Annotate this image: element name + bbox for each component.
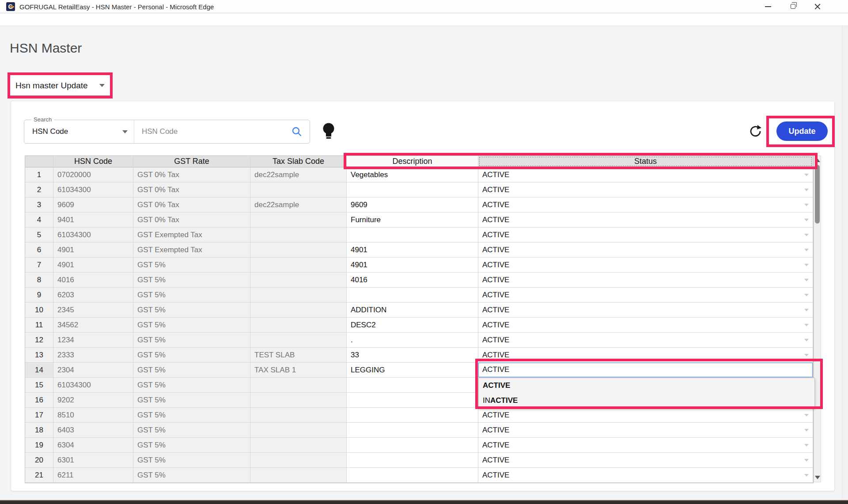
status-option-active[interactable]: ACTIVE <box>479 378 814 393</box>
cell-description[interactable] <box>347 393 478 408</box>
cell-description[interactable]: 4901 <box>347 243 478 258</box>
dropdown-arrow-icon[interactable] <box>804 444 809 447</box>
column-header-index <box>25 156 53 167</box>
cell-status[interactable]: ACTIVE <box>478 333 813 348</box>
cell-status[interactable]: ACTIVE <box>478 182 813 197</box>
cell-gst-rate: GST 5% <box>133 288 250 303</box>
cell-hsn-code: 9202 <box>53 393 133 408</box>
cell-description[interactable]: LEGGING <box>347 363 478 378</box>
cell-status[interactable]: ACTIVE <box>478 212 813 227</box>
hsn-mode-select[interactable]: Hsn master Update <box>10 75 110 96</box>
dropdown-arrow-icon[interactable] <box>804 264 809 266</box>
cell-description[interactable]: Vegetables <box>347 167 478 182</box>
dropdown-arrow-icon[interactable] <box>804 189 809 191</box>
cell-status[interactable]: ACTIVE <box>478 303 813 318</box>
cell-description[interactable] <box>347 378 478 393</box>
cell-tax-slab-code <box>250 258 347 273</box>
chevron-down-icon <box>99 84 105 87</box>
cell-description[interactable]: ADDITION <box>347 303 478 318</box>
update-button[interactable]: Update <box>776 121 828 141</box>
status-editor-input[interactable]: ACTIVE <box>478 363 813 378</box>
status-option-inactive[interactable]: INACTIVE <box>479 393 814 408</box>
cell-description[interactable]: 4901 <box>347 258 478 273</box>
dropdown-arrow-icon[interactable] <box>804 459 809 462</box>
cell-status[interactable]: ACTIVE <box>478 348 813 363</box>
cell-description[interactable] <box>347 468 478 483</box>
cell-description[interactable]: . <box>347 333 478 348</box>
cell-description[interactable] <box>347 288 478 303</box>
page-scrollbar[interactable] <box>842 26 848 500</box>
dropdown-arrow-icon[interactable] <box>804 219 809 221</box>
cell-description[interactable] <box>347 227 478 243</box>
hsn-table-grid: HSN CodeGST RateTax Slab CodeDescription… <box>25 155 814 483</box>
dropdown-arrow-icon[interactable] <box>804 474 809 477</box>
lightbulb-icon[interactable] <box>321 122 336 140</box>
row-number: 13 <box>25 348 53 363</box>
restore-icon <box>791 4 795 9</box>
cell-description[interactable]: DESC2 <box>347 318 478 333</box>
refresh-icon[interactable] <box>749 124 763 138</box>
cell-tax-slab-code <box>250 212 347 227</box>
scroll-up-icon[interactable] <box>815 159 820 162</box>
cell-description[interactable] <box>347 423 478 438</box>
cell-description[interactable]: Furniture <box>347 212 478 227</box>
cell-status[interactable]: ACTIVE <box>478 468 813 483</box>
cell-description[interactable]: 9609 <box>347 197 478 212</box>
dropdown-arrow-icon[interactable] <box>804 279 809 281</box>
cell-tax-slab-code <box>250 378 347 393</box>
close-button[interactable] <box>807 0 828 13</box>
cell-description[interactable]: 33 <box>347 348 478 363</box>
cell-status[interactable]: ACTIVE <box>478 318 813 333</box>
cell-description[interactable] <box>347 182 478 197</box>
cell-description[interactable] <box>347 408 478 423</box>
cell-status[interactable]: ACTIVE <box>478 363 813 378</box>
dropdown-arrow-icon[interactable] <box>804 294 809 296</box>
dropdown-arrow-icon[interactable] <box>804 324 809 326</box>
dropdown-arrow-icon[interactable] <box>804 174 809 176</box>
cell-description[interactable]: 4016 <box>347 273 478 288</box>
cell-status[interactable]: ACTIVE <box>478 197 813 212</box>
cell-status[interactable]: ACTIVE <box>478 243 813 258</box>
dropdown-arrow-icon[interactable] <box>804 204 809 206</box>
cell-description[interactable] <box>347 438 478 453</box>
cell-status[interactable]: ACTIVE <box>478 288 813 303</box>
search-field-select[interactable]: HSN Code <box>32 120 68 143</box>
scrollbar-thumb[interactable] <box>815 165 820 224</box>
cell-hsn-code: 61034300 <box>53 378 133 393</box>
dropdown-arrow-icon[interactable] <box>804 414 809 417</box>
cell-status[interactable]: ACTIVE <box>478 423 813 438</box>
dropdown-arrow-icon[interactable] <box>804 234 809 236</box>
cell-hsn-code: 1234 <box>53 333 133 348</box>
search-input[interactable]: HSN Code <box>142 120 178 143</box>
cell-status[interactable]: ACTIVE <box>478 273 813 288</box>
search-icon[interactable] <box>291 126 303 137</box>
dropdown-arrow-icon[interactable] <box>804 339 809 341</box>
hsn-mode-select-value: Hsn master Update <box>15 75 88 96</box>
restore-button[interactable] <box>783 0 803 13</box>
dropdown-arrow-icon[interactable] <box>804 249 809 251</box>
dropdown-arrow-icon[interactable] <box>804 429 809 432</box>
dropdown-arrow-icon[interactable] <box>804 309 809 311</box>
cell-status[interactable]: ACTIVE <box>478 408 813 423</box>
cell-tax-slab-code <box>250 468 347 483</box>
cell-hsn-code: 6301 <box>53 453 133 468</box>
minimize-button[interactable] <box>758 0 778 13</box>
cell-description[interactable] <box>347 453 478 468</box>
row-number: 11 <box>25 318 53 333</box>
cell-status[interactable]: ACTIVE <box>478 453 813 468</box>
cell-status[interactable]: ACTIVE <box>478 167 813 182</box>
row-number: 17 <box>25 408 53 423</box>
cell-hsn-code: 4901 <box>53 243 133 258</box>
scroll-down-icon[interactable] <box>815 476 820 479</box>
cell-status[interactable]: ACTIVE <box>478 438 813 453</box>
dropdown-arrow-icon[interactable] <box>804 354 809 356</box>
cell-status[interactable]: ACTIVE <box>478 258 813 273</box>
row-number: 5 <box>25 227 53 243</box>
cell-gst-rate: GST 5% <box>133 348 250 363</box>
cell-status[interactable]: ACTIVE <box>478 227 813 243</box>
cell-gst-rate: GST 5% <box>133 363 250 378</box>
chevron-down-icon[interactable] <box>122 130 128 133</box>
cell-hsn-code: 8510 <box>53 408 133 423</box>
row-number: 9 <box>25 288 53 303</box>
row-number: 21 <box>25 468 53 483</box>
